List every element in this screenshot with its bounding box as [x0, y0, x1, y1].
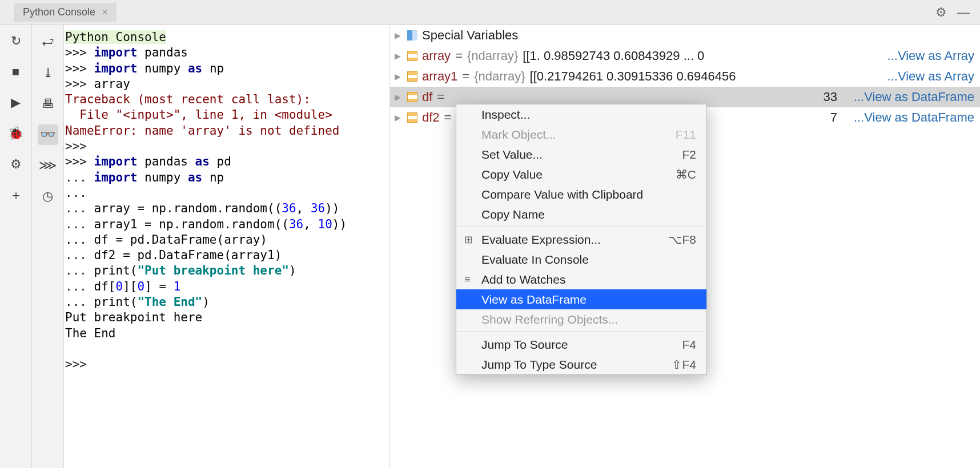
- menu-item-shortcut: F2: [682, 148, 696, 162]
- special-vars-icon: [407, 30, 417, 41]
- menu-item-set-value[interactable]: Set Value...F2: [456, 144, 706, 164]
- console-toolbar: ⮐ ⤓ 🖶 👓 ⋙ ◷: [32, 25, 64, 468]
- menu-item-label: Copy Value: [481, 168, 543, 181]
- menu-item-shortcut: F4: [682, 338, 696, 352]
- object-icon: [407, 51, 417, 61]
- menu-item-copy-name[interactable]: Copy Name: [456, 204, 706, 224]
- variable-name: array1: [422, 69, 457, 84]
- left-toolbar: ↻ ■ ▶ 🐞 ⚙ ＋: [0, 25, 32, 468]
- view-link[interactable]: ...View as Array: [887, 69, 980, 84]
- recent-button[interactable]: ◷: [38, 186, 58, 207]
- menu-item-copy-value[interactable]: Copy Value⌘C: [456, 164, 706, 184]
- variable-name: df2: [422, 110, 440, 125]
- settings-button[interactable]: ⚙: [7, 155, 25, 174]
- expand-icon[interactable]: ▶: [395, 92, 403, 102]
- menu-separator: [456, 332, 706, 332]
- stop-button[interactable]: ■: [7, 63, 25, 81]
- expand-icon[interactable]: ▶: [395, 31, 403, 40]
- print-button[interactable]: 🖶: [38, 94, 58, 114]
- expand-icon[interactable]: ▶: [395, 51, 403, 60]
- menu-separator: [456, 227, 706, 227]
- menu-item-label: Inspect...: [481, 108, 530, 122]
- minimize-icon[interactable]: —: [957, 5, 970, 20]
- console-output[interactable]: Python Console >>> import pandas >>> imp…: [64, 25, 389, 468]
- scroll-to-end-button[interactable]: ⤓: [38, 63, 58, 83]
- menu-item-label: Add to Watches: [481, 273, 565, 287]
- menu-item-show-referring-objects: Show Referring Objects...: [456, 309, 706, 329]
- menu-item-shortcut: ⇧F4: [672, 358, 696, 372]
- menu-item-icon: ≡: [464, 273, 471, 285]
- menu-item-label: Jump To Source: [481, 338, 568, 352]
- expand-icon[interactable]: ▶: [395, 72, 403, 81]
- menu-item-evaluate-in-console[interactable]: Evaluate In Console: [456, 249, 706, 269]
- history-button[interactable]: ⋙: [38, 155, 58, 176]
- menu-item-shortcut: ⌘C: [676, 168, 696, 181]
- menu-item-mark-object: Mark Object...F11: [456, 124, 706, 144]
- close-icon[interactable]: ×: [102, 7, 107, 18]
- menu-item-label: Copy Name: [481, 208, 545, 221]
- variable-type: {ndarray}: [474, 69, 525, 84]
- softwrap-button[interactable]: ⮐: [38, 32, 58, 53]
- variable-value: [[1. 0.98592743 0.60843929 ... 0: [523, 49, 704, 63]
- menu-item-label: Evaluate Expression...: [481, 233, 601, 247]
- variable-row-array[interactable]: ▶array = {ndarray} [[1. 0.98592743 0.608…: [390, 46, 980, 66]
- variable-row-array1[interactable]: ▶array1 = {ndarray} [[0.21794261 0.30915…: [390, 66, 980, 87]
- menu-item-icon: ⊞: [464, 233, 473, 246]
- menu-item-label: Show Referring Objects...: [481, 313, 618, 326]
- menu-item-label: Mark Object...: [481, 128, 556, 142]
- menu-item-add-to-watches[interactable]: ≡Add to Watches: [456, 269, 706, 289]
- variable-value: [[0.21794261 0.30915336 0.6946456: [530, 69, 736, 84]
- variable-count: 7: [830, 110, 837, 125]
- show-variables-button[interactable]: 👓: [38, 124, 58, 145]
- view-link[interactable]: ...View as DataFrame: [854, 110, 980, 125]
- rerun-button[interactable]: ↻: [7, 32, 25, 50]
- menu-item-label: Evaluate In Console: [481, 253, 589, 267]
- expand-icon[interactable]: ▶: [395, 113, 403, 122]
- menu-item-label: View as DataFrame: [481, 293, 587, 306]
- object-icon: [407, 112, 417, 123]
- context-menu: Inspect...Mark Object...F11Set Value...F…: [456, 104, 707, 375]
- tab-python-console[interactable]: Python Console ×: [14, 3, 117, 22]
- variable-name: df: [422, 90, 432, 104]
- run-button[interactable]: ▶: [7, 94, 25, 112]
- variable-name: array: [422, 49, 451, 63]
- debug-button[interactable]: 🐞: [7, 124, 25, 143]
- menu-item-label: Compare Value with Clipboard: [481, 188, 643, 201]
- add-button[interactable]: ＋: [7, 186, 25, 204]
- menu-item-shortcut: F11: [676, 128, 696, 142]
- view-link[interactable]: ...View as DataFrame: [854, 90, 980, 104]
- tab-bar: Python Console × ⚙ —: [0, 0, 980, 25]
- menu-item-compare-value-with-clipboard[interactable]: Compare Value with Clipboard: [456, 184, 706, 204]
- variable-count: 33: [824, 90, 837, 104]
- gear-icon[interactable]: ⚙: [935, 5, 947, 20]
- menu-item-evaluate-expression[interactable]: ⊞Evaluate Expression...⌥F8: [456, 229, 706, 249]
- menu-item-jump-to-type-source[interactable]: Jump To Type Source⇧F4: [456, 354, 706, 374]
- menu-item-label: Jump To Type Source: [481, 358, 597, 372]
- object-icon: [407, 92, 417, 102]
- special-variables-row[interactable]: ▶Special Variables: [390, 25, 980, 46]
- tab-label: Python Console: [23, 6, 95, 18]
- menu-item-jump-to-source[interactable]: Jump To SourceF4: [456, 334, 706, 354]
- menu-item-view-as-dataframe[interactable]: View as DataFrame: [456, 289, 706, 309]
- menu-item-label: Set Value...: [481, 148, 543, 162]
- menu-item-inspect[interactable]: Inspect...: [456, 104, 706, 124]
- variable-label: Special Variables: [422, 28, 518, 43]
- variable-type: {ndarray}: [467, 49, 518, 63]
- view-link[interactable]: ...View as Array: [887, 49, 980, 63]
- object-icon: [407, 71, 417, 82]
- menu-item-shortcut: ⌥F8: [668, 233, 696, 247]
